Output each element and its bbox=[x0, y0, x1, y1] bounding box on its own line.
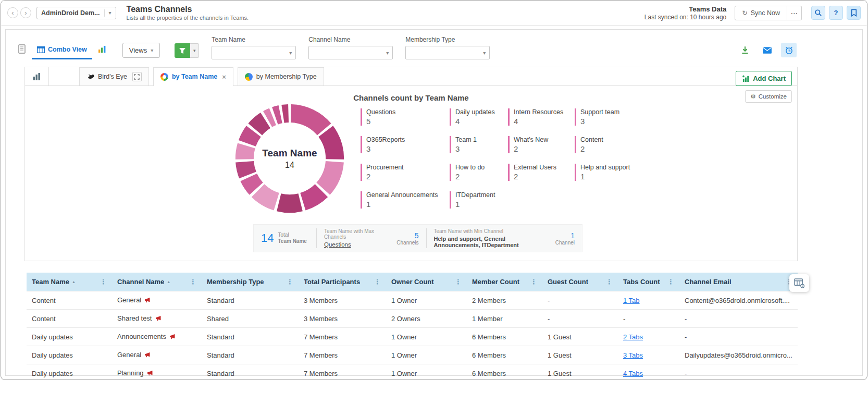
cell-channel-email: Dailyupdates@o365droid.onmicro... bbox=[679, 346, 798, 364]
team-name-select[interactable]: ▾ bbox=[212, 46, 296, 59]
expand-icon[interactable] bbox=[132, 72, 142, 81]
column-header[interactable]: Team Name ▲ ⋮ bbox=[27, 273, 112, 291]
column-header[interactable]: Owner Count ⋮ bbox=[386, 273, 467, 291]
channel-name-select[interactable]: ▾ bbox=[308, 46, 393, 59]
column-menu-icon[interactable]: ⋮ bbox=[97, 278, 107, 286]
tab-by-team-name[interactable]: by Team Name × bbox=[153, 67, 233, 85]
cell-guest-count: - bbox=[542, 310, 618, 328]
filter-caret-part[interactable]: ▾ bbox=[190, 43, 199, 58]
divider bbox=[104, 9, 105, 17]
tabs-count-link[interactable]: 4 Tabs bbox=[623, 370, 643, 377]
donut-chart-icon bbox=[160, 73, 168, 81]
table-row: Daily updates Announcements Standard 7 M… bbox=[27, 328, 798, 346]
column-header[interactable]: Total Participants ⋮ bbox=[299, 273, 386, 291]
cell-total-participants: 3 Members bbox=[299, 310, 386, 328]
bookmark-icon bbox=[850, 9, 858, 17]
divider bbox=[426, 228, 427, 248]
filter-label: Membership Type bbox=[405, 36, 490, 43]
column-menu-icon[interactable]: ⋮ bbox=[527, 278, 537, 286]
column-header[interactable]: Membership Type ⋮ bbox=[202, 273, 299, 291]
tabs-count-link[interactable]: 2 Tabs bbox=[623, 333, 643, 341]
legend-item[interactable]: Support team 3 bbox=[575, 108, 633, 126]
column-menu-icon[interactable]: ⋮ bbox=[603, 278, 613, 286]
membership-type-select[interactable]: ▾ bbox=[405, 46, 490, 59]
nav-forward-button[interactable]: › bbox=[20, 7, 31, 18]
cell-total-participants: 3 Members bbox=[299, 291, 386, 310]
cell-guest-count: 1 Guest bbox=[542, 328, 618, 346]
legend-item[interactable]: Questions 5 bbox=[361, 108, 441, 126]
legend-item[interactable]: O365Reports 3 bbox=[361, 136, 441, 153]
add-chart-button[interactable]: Add Chart bbox=[736, 71, 792, 86]
max-unit: Channels bbox=[396, 240, 418, 246]
insights-chart-icon bbox=[98, 45, 106, 53]
whats-new-button[interactable] bbox=[847, 6, 861, 20]
close-icon[interactable]: × bbox=[222, 73, 226, 81]
column-header[interactable]: Tabs Count ⋮ bbox=[618, 273, 679, 291]
cell-owner-count: 2 Owners bbox=[386, 310, 467, 328]
legend-item[interactable]: How to do 2 bbox=[450, 164, 500, 181]
chart-type-button[interactable] bbox=[25, 67, 49, 85]
legend-label: External Users bbox=[514, 164, 566, 171]
sync-now-button[interactable]: ↻ Sync Now bbox=[735, 6, 787, 20]
chart-view-button[interactable] bbox=[93, 42, 111, 59]
total-label-1: Total bbox=[278, 232, 289, 238]
legend-label: Team 1 bbox=[455, 136, 500, 143]
cell-channel-email: - bbox=[679, 364, 798, 381]
tab-by-membership-type[interactable]: by Membership Type bbox=[238, 67, 324, 85]
filter-button[interactable]: ▾ bbox=[175, 43, 199, 58]
legend-item[interactable]: General Announcements 1 bbox=[361, 191, 441, 209]
nav-back-button[interactable]: ‹ bbox=[7, 7, 18, 18]
tab-label: by Membership Type bbox=[256, 73, 317, 80]
legend-item[interactable]: Procurement 2 bbox=[361, 164, 441, 181]
legend-item[interactable]: ITDepartment 1 bbox=[450, 191, 500, 209]
summary-view-button[interactable] bbox=[13, 42, 31, 59]
chevron-down-icon: ▾ bbox=[386, 50, 389, 56]
schedule-button[interactable] bbox=[781, 43, 797, 57]
column-menu-icon[interactable]: ⋮ bbox=[371, 278, 381, 286]
legend-item[interactable]: Help and support 1 bbox=[575, 164, 633, 181]
legend-item[interactable]: Intern Resources 4 bbox=[508, 108, 566, 126]
summary-max: Team Name with Max Channels Questions 5 … bbox=[324, 228, 419, 248]
column-menu-icon[interactable]: ⋮ bbox=[187, 278, 196, 286]
cell-membership-type: Standard bbox=[202, 328, 299, 346]
legend-item[interactable]: External Users 2 bbox=[508, 164, 566, 181]
global-search-button[interactable] bbox=[811, 6, 825, 20]
column-header[interactable]: Member Count ⋮ bbox=[467, 273, 542, 291]
tab-birds-eye[interactable]: Bird's Eye bbox=[79, 67, 149, 85]
column-header[interactable]: Guest Count ⋮ bbox=[542, 273, 618, 291]
tenant-selector[interactable]: AdminDroid Dem... ▾ bbox=[36, 7, 116, 19]
filter-label: Team Name bbox=[212, 36, 296, 43]
legend-value: 1 bbox=[580, 172, 633, 181]
column-header[interactable]: Channel Name ▲ ⋮ bbox=[112, 273, 202, 291]
column-menu-icon[interactable]: ⋮ bbox=[452, 278, 462, 286]
cell-team-name: Daily updates bbox=[27, 346, 112, 364]
help-button[interactable]: ? bbox=[829, 6, 843, 20]
tabs-count-link[interactable]: 1 Tab bbox=[623, 297, 640, 304]
max-team-link[interactable]: Questions bbox=[324, 241, 351, 248]
legend-label: Procurement bbox=[366, 164, 441, 171]
filter-funnel-part[interactable] bbox=[175, 43, 190, 58]
cell-member-count: 1 Member bbox=[467, 310, 542, 328]
max-value: 5 bbox=[396, 231, 418, 240]
legend-item[interactable]: Team 1 3 bbox=[450, 136, 500, 153]
legend-item[interactable]: Content 2 bbox=[575, 136, 633, 153]
legend-item[interactable]: Daily updates 4 bbox=[450, 108, 500, 126]
column-menu-icon[interactable]: ⋮ bbox=[283, 278, 293, 286]
column-header[interactable]: Channel Email ⋮ bbox=[679, 273, 798, 291]
more-options-button[interactable]: ⋯ bbox=[787, 6, 802, 20]
customize-button[interactable]: ⚙ Customize bbox=[745, 90, 792, 103]
tabs-count-link[interactable]: 3 Tabs bbox=[623, 351, 643, 359]
cell-tabs-count: 4 Tabs bbox=[618, 364, 679, 381]
column-settings-button[interactable] bbox=[789, 274, 809, 292]
views-dropdown-button[interactable]: Views ▾ bbox=[122, 43, 160, 58]
chevron-down-icon: ▾ bbox=[109, 10, 111, 16]
email-button[interactable] bbox=[759, 43, 775, 57]
download-button[interactable] bbox=[737, 43, 753, 57]
forward-icon: › bbox=[24, 9, 27, 17]
announcement-flag-icon bbox=[147, 370, 153, 377]
combo-view-tab[interactable]: Combo View bbox=[32, 42, 92, 59]
legend-item[interactable]: What's New 2 bbox=[508, 136, 566, 153]
sort-asc-icon: ▲ bbox=[72, 280, 76, 284]
donut-chart[interactable]: Team Name 14 bbox=[234, 103, 345, 214]
column-menu-icon[interactable]: ⋮ bbox=[664, 278, 674, 286]
